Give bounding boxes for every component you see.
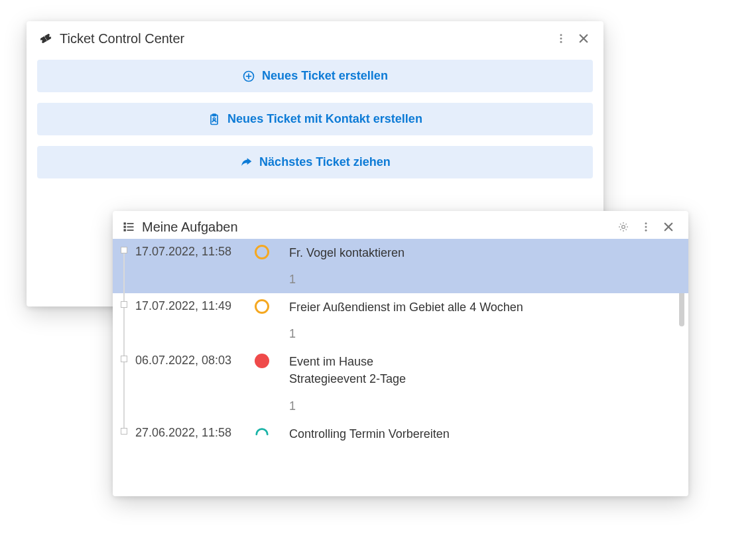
ticket-panel-title: Ticket Control Center (60, 31, 184, 46)
task-content: Event im HauseStrategieevent 2-Tage1 (289, 353, 688, 414)
task-subtitle: Strategieevent 2-Tage (289, 370, 668, 387)
task-status (255, 299, 289, 314)
task-content: Controlling Termin Vorbereiten (289, 425, 688, 442)
task-list-icon (122, 220, 135, 234)
clipboard-person-icon (208, 113, 221, 126)
gear-icon[interactable] (615, 219, 631, 235)
close-icon[interactable] (576, 31, 592, 46)
svg-rect-17 (127, 223, 134, 224)
my-tasks-panel: Meine Aufgaben 17.07.2022, 11:58Fr. Voge… (113, 211, 688, 496)
task-date: 17.07.2022, 11:58 (135, 244, 255, 259)
task-title: Fr. Vogel kontaktieren (289, 244, 668, 261)
svg-point-5 (560, 34, 562, 36)
svg-rect-21 (127, 230, 134, 231)
timeline-marker (121, 428, 127, 435)
svg-point-22 (622, 226, 625, 229)
status-dot-icon (255, 354, 269, 368)
svg-point-23 (645, 222, 647, 224)
task-content: Fr. Vogel kontaktieren1 (289, 244, 688, 288)
task-row[interactable]: 27.06.2022, 11:58Controlling Termin Vorb… (113, 420, 688, 448)
task-status (255, 425, 289, 443)
svg-rect-16 (124, 222, 126, 224)
plus-circle-icon (242, 70, 255, 83)
share-arrow-icon (239, 156, 253, 169)
ticket-icon (38, 31, 53, 46)
task-title: Freier Außendienst im Gebiet alle 4 Woch… (289, 299, 668, 316)
pull-next-ticket-button[interactable]: Nächstes Ticket ziehen (37, 146, 593, 178)
svg-point-25 (645, 230, 647, 232)
status-ring-icon (255, 299, 269, 314)
status-ring-icon (255, 245, 269, 259)
task-date: 27.06.2022, 11:58 (135, 425, 255, 440)
ticket-panel-header: Ticket Control Center (27, 21, 603, 54)
task-count: 1 (289, 271, 668, 288)
svg-point-7 (560, 41, 562, 43)
timeline-marker (121, 247, 127, 253)
task-status (255, 244, 289, 259)
status-arc-icon (255, 426, 269, 443)
kebab-menu-icon[interactable] (638, 219, 654, 235)
task-status (255, 353, 289, 368)
button-label: Neues Ticket mit Kontakt erstellen (227, 112, 422, 126)
tasks-panel-header: Meine Aufgaben (113, 211, 688, 239)
task-date: 17.07.2022, 11:49 (135, 299, 255, 313)
close-icon[interactable] (661, 219, 676, 235)
task-count: 1 (289, 325, 668, 342)
task-date: 06.07.2022, 08:03 (135, 353, 255, 368)
button-label: Neues Ticket erstellen (262, 69, 388, 83)
tasks-panel-title: Meine Aufgaben (142, 220, 238, 235)
task-title: Controlling Termin Vorbereiten (289, 425, 668, 442)
new-ticket-with-contact-button[interactable]: Neues Ticket mit Kontakt erstellen (37, 103, 593, 135)
svg-point-15 (213, 117, 215, 119)
task-count: 1 (289, 397, 668, 415)
svg-rect-19 (127, 226, 134, 228)
svg-rect-18 (124, 226, 126, 228)
task-title: Event im Hause (289, 353, 668, 370)
timeline-marker (121, 301, 127, 308)
svg-rect-20 (124, 229, 126, 231)
svg-point-24 (645, 226, 647, 228)
svg-point-6 (560, 38, 562, 40)
timeline-line (123, 250, 125, 431)
task-content: Freier Außendienst im Gebiet alle 4 Woch… (289, 299, 688, 342)
new-ticket-button[interactable]: Neues Ticket erstellen (37, 60, 593, 92)
kebab-menu-icon[interactable] (553, 31, 569, 46)
task-row[interactable]: 17.07.2022, 11:58Fr. Vogel kontaktieren1 (113, 239, 688, 293)
button-label: Nächstes Ticket ziehen (259, 155, 391, 169)
task-row[interactable]: 06.07.2022, 08:03Event im HauseStrategie… (113, 348, 688, 419)
timeline-marker (121, 356, 127, 362)
task-row[interactable]: 17.07.2022, 11:49Freier Außendienst im G… (113, 293, 688, 348)
